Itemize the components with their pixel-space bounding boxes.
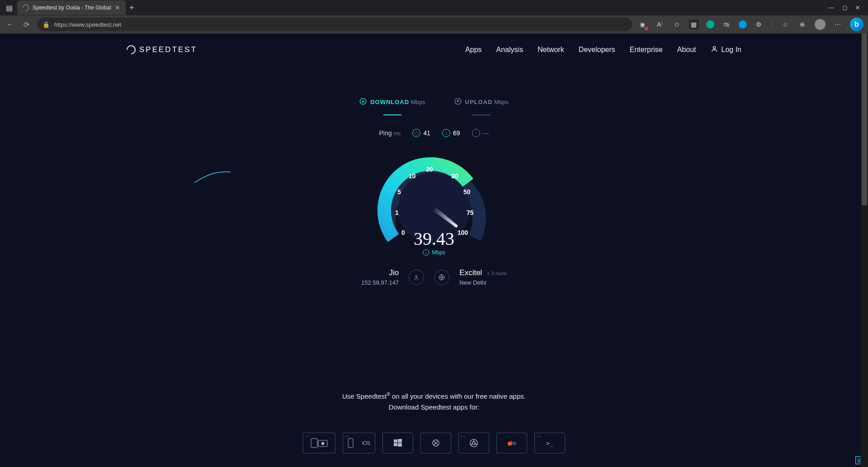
- address-bar: ← ⟳ 🔒 https://www.speedtest.net ◉ A⁾ ✩ ▦…: [0, 15, 868, 33]
- site-header: SPEEDTEST Apps Analysis Network Develope…: [0, 33, 868, 66]
- tab-title: Speedtest by Ookla - The Global: [33, 5, 111, 11]
- lock-icon: 🔒: [42, 21, 50, 28]
- app-ios[interactable]: ⋯ iOS: [343, 433, 375, 453]
- svg-point-0: [713, 47, 715, 49]
- logo-icon: [125, 43, 137, 56]
- download-unit: Mbps: [411, 99, 425, 105]
- ping-upload-icon: ↑: [472, 129, 480, 137]
- app-cli[interactable]: ⋯ >_: [534, 433, 565, 453]
- promo-text: Use Speedtest® on all your devices with …: [0, 391, 868, 413]
- svg-text:5: 5: [397, 188, 401, 195]
- toolbar-right: ◉ A⁾ ✩ ▦ 🛍 ⚙ | ☆ ⊕ ⋯ b: [637, 18, 863, 31]
- browser-tab[interactable]: Speedtest by Ookla - The Global ✕: [17, 0, 126, 15]
- server-name: Excitel: [459, 268, 482, 277]
- globe-circle-icon[interactable]: [434, 270, 449, 285]
- tracking-icon[interactable]: ◉: [637, 19, 647, 29]
- test-area: DOWNLOAD Mbps UPLOAD Mbps Ping ms ◌ 41 ↓…: [0, 66, 868, 286]
- tab-bar: ▤ Speedtest by Ookla - The Global ✕ + — …: [0, 0, 868, 15]
- nav-analysis[interactable]: Analysis: [496, 46, 524, 54]
- page-content: SPEEDTEST Apps Analysis Network Develope…: [0, 33, 868, 467]
- server-more: + 3 more: [487, 271, 507, 276]
- favorites-icon[interactable]: ☆: [780, 19, 790, 29]
- back-icon[interactable]: ←: [5, 20, 15, 29]
- svg-point-27: [472, 442, 475, 444]
- new-tab-button[interactable]: +: [129, 3, 134, 13]
- app-mac[interactable]: [420, 433, 451, 453]
- svg-rect-23: [394, 443, 397, 446]
- tab-download[interactable]: DOWNLOAD Mbps: [359, 98, 425, 115]
- user-circle-icon[interactable]: [409, 270, 424, 285]
- svg-rect-21: [394, 439, 397, 443]
- nav-enterprise[interactable]: Enterprise: [630, 46, 663, 54]
- nav-developers[interactable]: Developers: [579, 46, 615, 54]
- svg-rect-22: [398, 439, 402, 443]
- svg-point-15: [415, 276, 417, 277]
- svg-text:39.43: 39.43: [414, 229, 454, 249]
- tab-upload[interactable]: UPLOAD Mbps: [454, 98, 509, 115]
- ping-download: ↓ 69: [442, 129, 460, 137]
- app-windows[interactable]: [382, 433, 413, 453]
- maximize-icon[interactable]: ▢: [842, 5, 847, 11]
- isp-ip: 152.58.97.147: [361, 279, 399, 286]
- extension2-icon[interactable]: [706, 20, 714, 29]
- svg-text:100: 100: [458, 229, 468, 236]
- ping-row: Ping ms ◌ 41 ↓ 69 ↑ —: [379, 129, 489, 137]
- refresh-icon[interactable]: ⟳: [21, 20, 32, 29]
- svg-text:0: 0: [401, 229, 405, 236]
- svg-text:50: 50: [463, 188, 471, 195]
- close-tab-icon[interactable]: ✕: [115, 4, 120, 11]
- profile-avatar[interactable]: [815, 19, 826, 30]
- scrollbar[interactable]: [861, 33, 868, 467]
- download-label: DOWNLOAD: [370, 99, 409, 105]
- gauge-download-icon: ↓: [423, 249, 429, 256]
- logo-text: SPEEDTEST: [139, 45, 197, 54]
- promo-post: on all your devices with our free native…: [390, 392, 526, 400]
- nav-about[interactable]: About: [677, 46, 696, 54]
- download-arrow-icon: [359, 98, 367, 106]
- svg-text:30: 30: [451, 172, 458, 180]
- bing-icon[interactable]: b: [850, 18, 863, 31]
- extension4-icon[interactable]: [739, 20, 747, 29]
- isp-name: Jio: [361, 268, 399, 277]
- main-nav: Apps Analysis Network Developers Enterpr…: [465, 45, 741, 54]
- server-block[interactable]: Excitel + 3 more New Delhi: [459, 268, 507, 286]
- app-android[interactable]: ⋯: [303, 433, 335, 453]
- login-label: Log In: [722, 46, 741, 54]
- extension5-icon[interactable]: ⚙: [754, 19, 764, 29]
- user-icon: [711, 45, 718, 54]
- login-link[interactable]: Log In: [711, 45, 741, 54]
- nav-network[interactable]: Network: [538, 46, 564, 54]
- scrollbar-thumb[interactable]: [862, 33, 867, 205]
- extension3-icon[interactable]: 🛍: [722, 19, 731, 29]
- window-controls: — ▢ ✕: [823, 5, 865, 11]
- collections-icon[interactable]: ⊕: [797, 19, 807, 29]
- nav-apps[interactable]: Apps: [465, 46, 481, 54]
- more-icon[interactable]: ⋯: [833, 19, 843, 29]
- close-window-icon[interactable]: ✕: [855, 5, 860, 11]
- speed-gauge: 0 1 5 10 20 30 50 75 100 39.43 ↓ Mbps: [375, 154, 493, 258]
- ping-download-value: 69: [453, 129, 460, 137]
- ping-download-icon: ↓: [442, 129, 450, 137]
- svg-point-19: [321, 442, 324, 445]
- upload-arrow-icon: [454, 98, 462, 106]
- app-chrome[interactable]: ⋯: [458, 433, 489, 453]
- promo-line2: Download Speedtest apps for:: [0, 402, 868, 413]
- svg-rect-17: [311, 438, 317, 448]
- browser-chrome: ▤ Speedtest by Ookla - The Global ✕ + — …: [0, 0, 868, 33]
- app-buttons: ⋯ ⋯ iOS ⋯ 🍎tv ⋯ >_: [0, 433, 868, 453]
- svg-text:10: 10: [409, 172, 416, 180]
- url-input[interactable]: 🔒 https://www.speedtest.net: [37, 18, 632, 31]
- ping-unit: ms: [393, 130, 401, 137]
- tab-actions-icon[interactable]: ▤: [3, 1, 15, 14]
- favorites-star-icon[interactable]: ✩: [672, 19, 682, 29]
- minimize-icon[interactable]: —: [829, 5, 834, 11]
- isp-block: Jio 152.58.97.147: [361, 268, 399, 286]
- upload-unit: Mbps: [494, 99, 509, 105]
- extension1-icon[interactable]: ▦: [689, 19, 699, 29]
- upload-label: UPLOAD: [465, 99, 493, 105]
- read-aloud-icon[interactable]: A⁾: [655, 19, 665, 29]
- speedtest-logo[interactable]: SPEEDTEST: [127, 45, 197, 54]
- app-appletv[interactable]: 🍎tv: [496, 433, 527, 453]
- ping-idle: ◌ 41: [412, 129, 430, 137]
- svg-text:75: 75: [467, 209, 474, 216]
